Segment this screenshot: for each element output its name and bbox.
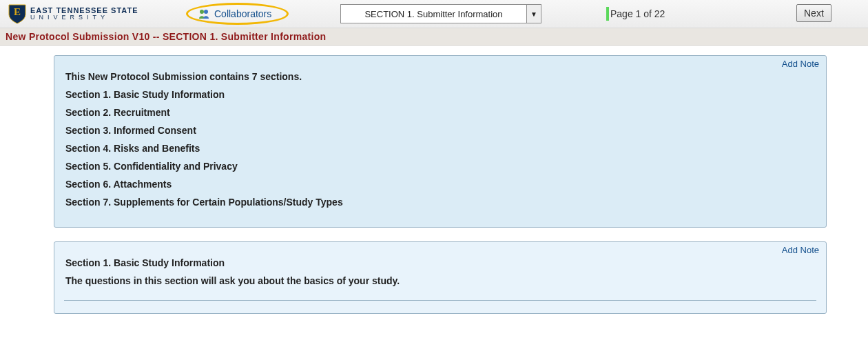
university-logo: E EAST TENNESSEE STATE UNIVERSITY	[6, 3, 141, 24]
section1-panel: Add Note Section 1. Basic Study Informat…	[54, 241, 827, 314]
svg-text:E: E	[14, 6, 21, 17]
section-dropdown[interactable]: SECTION 1. Submitter Information ▼	[340, 4, 541, 23]
section-list-item: Section 4. Risks and Benefits	[65, 143, 815, 154]
people-icon	[198, 8, 210, 19]
dropdown-selected-text: SECTION 1. Submitter Information	[341, 5, 526, 23]
university-name-line2: UNIVERSITY	[30, 14, 138, 21]
section-list-item: Section 5. Confidentiality and Privacy	[65, 161, 815, 172]
top-toolbar: E EAST TENNESSEE STATE UNIVERSITY Collab…	[0, 0, 868, 28]
section1-title: Section 1. Basic Study Information	[65, 257, 815, 268]
section-list-item: Section 6. Attachments	[65, 179, 815, 190]
collaborators-button[interactable]: Collaborators	[186, 3, 289, 25]
collaborators-link[interactable]: Collaborators	[214, 8, 271, 19]
page-indicator: Page 1 of 22	[606, 0, 665, 28]
add-note-link[interactable]: Add Note	[782, 59, 819, 69]
content-area: Add Note This New Protocol Submission co…	[0, 46, 868, 348]
panel1-intro: This New Protocol Submission contains 7 …	[65, 71, 815, 82]
university-logo-text: EAST TENNESSEE STATE UNIVERSITY	[30, 7, 138, 21]
svg-point-1	[200, 10, 204, 14]
next-button[interactable]: Next	[796, 4, 831, 22]
breadcrumb: New Protocol Submission V10 -- SECTION 1…	[0, 28, 868, 46]
chevron-down-icon[interactable]: ▼	[526, 5, 541, 23]
section1-description: The questions in this section will ask y…	[65, 275, 815, 286]
progress-bar-icon	[606, 7, 609, 21]
section-list-item: Section 2. Recruitment	[65, 107, 815, 118]
section-list-item: Section 1. Basic Study Information	[65, 89, 815, 100]
section-list-item: Section 7. Supplements for Certain Popul…	[65, 197, 815, 208]
add-note-link[interactable]: Add Note	[782, 245, 819, 255]
svg-point-2	[204, 10, 208, 14]
page-indicator-text: Page 1 of 22	[610, 8, 665, 19]
section-list-item: Section 3. Informed Consent	[65, 125, 815, 136]
sections-overview-panel: Add Note This New Protocol Submission co…	[54, 55, 827, 228]
shield-icon: E	[8, 3, 26, 24]
collaborators-highlight: Collaborators	[186, 0, 289, 28]
panel-divider	[64, 300, 816, 301]
